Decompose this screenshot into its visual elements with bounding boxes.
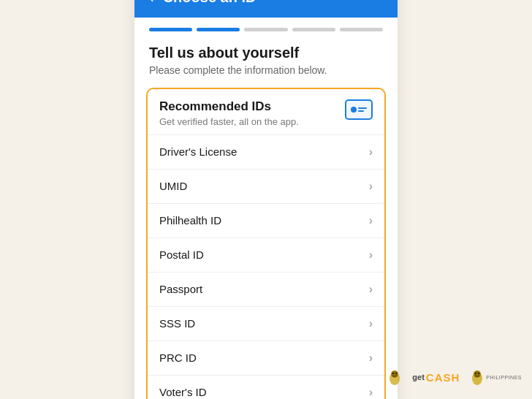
card-title: Recommended IDs — [159, 99, 345, 114]
card-subtitle: Get verified faster, all on the app. — [159, 116, 345, 127]
chevron-icon: › — [369, 248, 373, 262]
watermark-sub-text: PHILIPPINES — [486, 375, 522, 380]
watermark: get CASH PHILIPPINES — [387, 365, 522, 389]
list-item-label: Passport — [159, 283, 202, 295]
chevron-icon: › — [369, 180, 373, 193]
list-item-passport[interactable]: Passport › — [148, 272, 384, 306]
watermark-get-text: get — [412, 373, 425, 381]
svg-point-2 — [392, 373, 394, 374]
progress-segment-2 — [197, 28, 240, 31]
chevron-icon: › — [369, 283, 373, 296]
list-item-drivers-license[interactable]: Driver's License › — [148, 134, 384, 169]
list-item-philhealth[interactable]: Philhealth ID › — [148, 203, 384, 238]
svg-point-5 — [474, 370, 481, 378]
progress-segment-1 — [149, 28, 192, 31]
list-item-sss[interactable]: SSS ID › — [148, 306, 384, 341]
header: ‹ Choose an ID — [134, 0, 398, 18]
watermark-logo-right — [461, 365, 484, 389]
chevron-icon: › — [369, 386, 373, 399]
progress-segment-4 — [292, 28, 335, 31]
svg-point-3 — [395, 373, 397, 374]
chevron-icon: › — [369, 352, 373, 365]
chevron-icon: › — [369, 145, 373, 159]
back-icon: ‹ — [149, 0, 154, 6]
progress-segment-5 — [340, 28, 383, 31]
phone-container: ‹ Choose an ID Tell us about yourself Pl… — [134, 0, 398, 399]
list-item-voters[interactable]: Voter's ID › — [148, 375, 384, 400]
list-item-label: Voter's ID — [159, 386, 207, 398]
list-item-label: UMID — [159, 180, 187, 192]
header-title: Choose an ID — [163, 0, 256, 6]
back-button[interactable]: ‹ — [149, 0, 154, 6]
watermark-cash-text: CASH — [426, 371, 460, 384]
recommended-ids-card: Recommended IDs Get verified faster, all… — [146, 88, 386, 400]
svg-point-7 — [478, 373, 479, 374]
chevron-icon: › — [369, 317, 373, 330]
progress-segment-3 — [244, 28, 287, 31]
list-item-umid[interactable]: UMID › — [148, 169, 384, 203]
watermark-logo-left — [387, 365, 411, 389]
section-title: Tell us about yourself — [149, 45, 383, 61]
list-item-postal[interactable]: Postal ID › — [148, 238, 384, 272]
chevron-icon: › — [369, 214, 373, 227]
progress-bar — [134, 18, 398, 39]
id-card-icon — [345, 99, 373, 120]
list-item-label: PRC ID — [159, 352, 197, 364]
list-item-label: Driver's License — [159, 145, 237, 158]
list-item-label: Philhealth ID — [159, 214, 221, 227]
card-title-block: Recommended IDs Get verified faster, all… — [159, 99, 345, 127]
list-item-prc[interactable]: PRC ID › — [148, 341, 384, 375]
section-subtitle: Please complete the information below. — [149, 64, 383, 76]
list-item-label: Postal ID — [159, 248, 204, 261]
card-header: Recommended IDs Get verified faster, all… — [148, 89, 384, 134]
svg-point-6 — [475, 373, 476, 374]
svg-point-1 — [391, 370, 398, 378]
list-item-label: SSS ID — [159, 317, 195, 330]
section-header: Tell us about yourself Please complete t… — [134, 39, 398, 88]
